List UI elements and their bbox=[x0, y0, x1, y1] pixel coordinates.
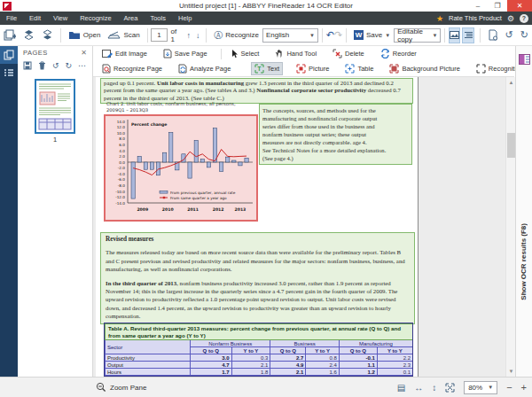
revised-heading: Revised measures bbox=[106, 236, 410, 244]
select-tool-button[interactable]: Select bbox=[229, 48, 262, 59]
delete-label: Delete bbox=[345, 50, 364, 58]
table-cell: 3.0 bbox=[191, 354, 232, 362]
menu-view[interactable]: View bbox=[47, 12, 74, 25]
table-a: Table A. Revised third-quarter 2013 meas… bbox=[105, 323, 413, 377]
svg-text:-12.0: -12.0 bbox=[115, 195, 125, 199]
menu-recognize[interactable]: Recognize bbox=[74, 12, 117, 25]
menu-area[interactable]: Area bbox=[118, 12, 145, 25]
list-panel-tab[interactable] bbox=[0, 64, 18, 82]
save-page-button[interactable]: Save Page bbox=[160, 48, 210, 59]
hand-tool-label: Hand Tool bbox=[286, 50, 317, 58]
text-area-concepts[interactable]: The concepts, sources, and methods used … bbox=[259, 104, 412, 165]
picture-area-chart[interactable]: .ct{font-size:4.2px;fill:#222}.cx{font-s… bbox=[104, 114, 258, 222]
table-area[interactable]: Table A. Revised third-quarter 2013 meas… bbox=[104, 323, 413, 377]
rate-this-product-link[interactable]: Rate This Product bbox=[449, 14, 502, 22]
zoom-pane-button[interactable]: Zoom Pane bbox=[96, 382, 146, 393]
keep-pictures-toggle[interactable] bbox=[449, 27, 460, 43]
help-icon[interactable]: ? bbox=[520, 14, 528, 23]
split-pages-button[interactable] bbox=[38, 27, 57, 44]
collate-pages-button[interactable] bbox=[20, 27, 38, 44]
hand-tool-button[interactable]: Hand Tool bbox=[272, 48, 319, 59]
delete-page-icon[interactable] bbox=[38, 61, 46, 70]
revised-paragraph-1: The measures released today are based on… bbox=[106, 248, 410, 273]
recognize-icon: Ⓐ bbox=[214, 31, 223, 40]
ocr-results-tab[interactable]: Show OCR results (F8) bbox=[515, 46, 532, 377]
picture-area-icon bbox=[296, 64, 306, 74]
document-options-button[interactable] bbox=[484, 27, 502, 44]
text-area-revised[interactable]: Revised measures The measures released t… bbox=[100, 232, 415, 324]
minimize-button[interactable]: – bbox=[468, 0, 488, 12]
restore-button[interactable]: ❐ bbox=[488, 0, 507, 12]
recognize-page-button[interactable]: Recognize Page bbox=[99, 63, 165, 74]
zoom-level-select[interactable]: 80% ▼ bbox=[464, 381, 497, 394]
rotate-left-button[interactable]: ↺ bbox=[502, 27, 517, 44]
save-pages-icon[interactable] bbox=[23, 61, 32, 70]
recognize-page-label: Recognize Page bbox=[113, 65, 162, 73]
scrollbar-thumb[interactable] bbox=[507, 133, 515, 158]
delete-area-icon bbox=[332, 49, 342, 58]
picture-area-tool[interactable]: Picture bbox=[293, 63, 332, 74]
rotate-page-right-icon[interactable]: ↻ bbox=[66, 61, 73, 70]
scan-button[interactable]: Scan bbox=[104, 27, 143, 44]
table-header-cell: Business bbox=[270, 340, 339, 347]
page-thumbnail[interactable] bbox=[35, 79, 75, 134]
chart-caption: Chart 2. Unit labor costs, nonfarm busin… bbox=[106, 101, 236, 113]
background-picture-area-tool[interactable]: Background Picture bbox=[387, 63, 462, 74]
open-button[interactable]: Open bbox=[65, 27, 105, 44]
rotate-page-left-icon[interactable]: ↺ bbox=[52, 61, 59, 70]
fit-height-icon[interactable]: ↕ bbox=[432, 383, 436, 393]
rotate-right-button[interactable]: ↻ bbox=[517, 27, 532, 44]
language-value: English bbox=[266, 31, 289, 39]
undo-button[interactable]: ↶ bbox=[326, 29, 334, 41]
reorder-button[interactable]: Reorder bbox=[378, 48, 419, 59]
pages-panel-tab[interactable] bbox=[0, 46, 18, 64]
menu-help[interactable]: Help bbox=[172, 12, 198, 25]
more-options-icon[interactable]: ⋯ bbox=[78, 61, 86, 70]
language-select[interactable]: English ▼ bbox=[262, 28, 318, 43]
svg-text:0.0: 0.0 bbox=[119, 160, 125, 165]
close-pages-panel-icon[interactable]: ✕ bbox=[81, 49, 87, 57]
text-area-intro[interactable]: paged up 0.1 percent. Unit labor costs i… bbox=[100, 78, 413, 104]
table-area-tool[interactable]: Table bbox=[342, 63, 376, 74]
text-area-tool[interactable]: T Text bbox=[251, 62, 283, 75]
svg-text:From same quarter a year ago: From same quarter a year ago bbox=[170, 196, 227, 200]
document-scrollbar[interactable]: ▲ ▼ bbox=[505, 77, 515, 377]
table-cell: 2.1 bbox=[231, 362, 270, 369]
zoom-out-button[interactable]: − bbox=[506, 382, 512, 393]
next-page-button[interactable]: ↓ bbox=[193, 31, 203, 40]
thumbnails-view-icon[interactable]: ▤ bbox=[397, 383, 405, 393]
analyze-page-button[interactable]: Analyze Page bbox=[176, 63, 233, 74]
document-options-icon bbox=[488, 29, 498, 41]
save-button[interactable]: W Save ▼ bbox=[350, 27, 394, 44]
edit-image-button[interactable]: Edit Image bbox=[99, 48, 150, 59]
menu-tools[interactable]: Tools bbox=[144, 12, 172, 25]
zoom-in-button[interactable]: + bbox=[521, 382, 527, 393]
cursor-icon bbox=[231, 49, 239, 58]
fit-width-icon[interactable]: ↔ bbox=[414, 383, 423, 393]
keep-formatting-toggle[interactable] bbox=[462, 27, 473, 43]
intro-bold: Unit labor costs in manufacturing bbox=[157, 80, 244, 86]
close-button[interactable]: ✕ bbox=[507, 0, 532, 12]
menu-edit[interactable]: Edit bbox=[23, 12, 47, 25]
menu-file[interactable]: File bbox=[0, 12, 23, 25]
background-picture-icon bbox=[389, 64, 399, 74]
svg-text:2.0: 2.0 bbox=[119, 154, 125, 159]
delete-area-button[interactable]: Delete bbox=[330, 48, 367, 59]
add-pages-button[interactable] bbox=[0, 27, 20, 44]
svg-text:-2.0: -2.0 bbox=[118, 166, 126, 170]
table-a-caption: Table A. Revised third-quarter 2013 meas… bbox=[106, 324, 413, 340]
document-canvas[interactable]: paged up 0.1 percent. Unit labor costs i… bbox=[93, 77, 505, 377]
fit-page-icon[interactable] bbox=[445, 383, 455, 393]
table-cell: 2.1 bbox=[270, 369, 306, 376]
recognize-button[interactable]: Ⓐ Recognize bbox=[210, 27, 262, 44]
svg-text:12.0: 12.0 bbox=[117, 125, 126, 129]
output-format-select[interactable]: Editable copy ▼ bbox=[394, 28, 441, 43]
redo-button[interactable]: ↷ bbox=[334, 29, 342, 41]
table-header-cell: Sector bbox=[106, 340, 191, 354]
previous-page-button[interactable]: ↑ bbox=[184, 31, 193, 40]
gear-icon[interactable]: ⚙ bbox=[507, 14, 514, 23]
table-subheader-cell: Q to Q bbox=[339, 347, 377, 354]
table-cell: 1.7 bbox=[191, 369, 232, 376]
page-number-input[interactable]: 1 bbox=[151, 28, 167, 42]
revised-paragraph-2: In the third quarter of 2013, nonfarm bu… bbox=[106, 279, 410, 321]
